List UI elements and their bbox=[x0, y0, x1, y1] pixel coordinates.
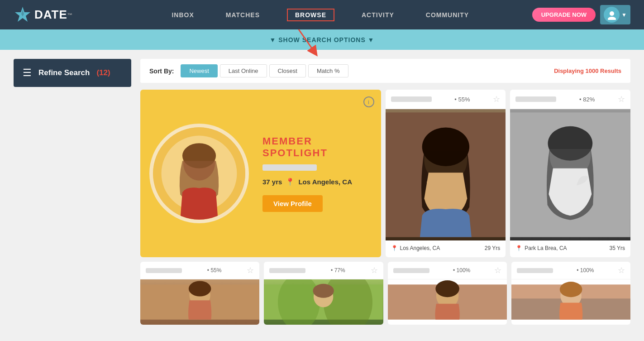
spotlight-avatar bbox=[149, 124, 249, 223]
sort-last-online[interactable]: Last Online bbox=[220, 64, 267, 77]
spotlight-card: MEMBER SPOTLIGHT 37 yrs 📍 Los Angeles, C… bbox=[140, 90, 381, 257]
card-1-header: • 82% ☆ bbox=[510, 90, 630, 109]
spotlight-title: MEMBER SPOTLIGHT bbox=[262, 135, 372, 159]
bottom-card-1-photo bbox=[264, 279, 383, 325]
svg-line-4 bbox=[299, 29, 315, 52]
bottom-card-1-match: • 77% bbox=[331, 267, 345, 274]
location-pin-icon: 📍 bbox=[286, 178, 295, 186]
card-1-footer: 📍 Park La Brea, CA 35 Yrs bbox=[510, 240, 630, 256]
spotlight-age: 37 yrs 📍 Los Angeles, CA bbox=[262, 178, 372, 186]
info-icon[interactable]: i bbox=[363, 96, 374, 107]
bottom-card-0-header: • 55% ☆ bbox=[140, 262, 259, 279]
bottom-card-0: • 55% ☆ bbox=[140, 262, 259, 325]
chevron-down-icon: ▼ bbox=[621, 12, 627, 18]
bottom-card-3-favorite[interactable]: ☆ bbox=[618, 265, 625, 275]
bottom-card-2-username bbox=[393, 268, 429, 273]
svg-point-26 bbox=[435, 280, 459, 297]
bottom-card-1: • 77% ☆ bbox=[264, 262, 383, 325]
main-nav: INBOX MATCHES BROWSE ACTIVITY COMMUNITY bbox=[109, 9, 532, 21]
bottom-card-0-favorite[interactable]: ☆ bbox=[247, 265, 254, 275]
bottom-card-2: • 100% ☆ bbox=[388, 262, 507, 325]
nav-browse[interactable]: BROWSE bbox=[287, 9, 334, 21]
nav-matches[interactable]: MATCHES bbox=[221, 9, 264, 21]
card-0-photo bbox=[386, 109, 506, 240]
bottom-card-1-header: • 77% ☆ bbox=[264, 262, 383, 279]
bottom-card-3-match: • 100% bbox=[577, 267, 594, 274]
bottom-card-0-username bbox=[146, 268, 182, 273]
card-0-header: • 55% ☆ bbox=[386, 90, 506, 109]
card-1-username bbox=[515, 96, 556, 102]
svg-point-20 bbox=[278, 279, 320, 325]
bottom-grid: • 55% ☆ • 77% ☆ bbox=[140, 262, 630, 325]
profile-card-0: • 55% ☆ bbox=[386, 90, 506, 257]
refine-search-panel: ☰ Refine Search (12) bbox=[14, 59, 131, 87]
svg-point-30 bbox=[560, 282, 582, 297]
bottom-card-2-header: • 100% ☆ bbox=[388, 262, 507, 279]
bottom-card-1-username bbox=[269, 268, 305, 273]
bottom-card-0-match: • 55% bbox=[207, 267, 222, 274]
sort-bar: Sort By: Newest Last Online Closest Matc… bbox=[140, 59, 630, 83]
svg-point-18 bbox=[189, 281, 211, 297]
header-right: UPGRADE NOW ▼ bbox=[532, 5, 630, 24]
top-grid: MEMBER SPOTLIGHT 37 yrs 📍 Los Angeles, C… bbox=[140, 90, 630, 257]
view-profile-button[interactable]: View Profile bbox=[262, 195, 323, 212]
bottom-card-3: • 100% ☆ bbox=[511, 262, 630, 325]
spotlight-username bbox=[262, 164, 317, 171]
results-count: Displaying 1000 Results bbox=[554, 67, 621, 74]
refine-search-label: Refine Search bbox=[38, 68, 90, 77]
sidebar: ☰ Refine Search (12) bbox=[14, 59, 131, 325]
bottom-card-2-match: • 100% bbox=[453, 267, 470, 274]
nav-activity[interactable]: ACTIVITY bbox=[357, 9, 399, 21]
avatar-menu[interactable]: ▼ bbox=[600, 5, 630, 24]
bottom-card-1-favorite[interactable]: ☆ bbox=[371, 265, 378, 275]
card-1-photo bbox=[510, 109, 630, 240]
svg-point-23 bbox=[313, 284, 334, 298]
card-0-age: 29 Yrs bbox=[485, 245, 500, 251]
card-0-footer: 📍 Los Angeles, CA 29 Yrs bbox=[386, 240, 506, 256]
hamburger-icon[interactable]: ☰ bbox=[23, 67, 32, 79]
card-0-match: • 55% bbox=[454, 96, 470, 103]
card-0-location: 📍 Los Angeles, CA bbox=[391, 245, 440, 251]
main-content: ☰ Refine Search (12) Sort By: Newest Las… bbox=[0, 50, 644, 334]
card-0-username bbox=[391, 96, 432, 102]
nav-inbox[interactable]: INBOX bbox=[167, 9, 198, 21]
sort-by-label: Sort By: bbox=[149, 67, 174, 75]
card-1-match: • 82% bbox=[579, 96, 595, 103]
bottom-card-0-photo bbox=[140, 279, 259, 325]
profile-card-1: • 82% ☆ bbox=[510, 90, 630, 257]
avatar bbox=[604, 7, 620, 23]
search-bar[interactable]: ▼ SHOW SEARCH OPTIONS ▼ bbox=[0, 29, 644, 50]
card-1-favorite[interactable]: ☆ bbox=[618, 94, 625, 104]
bottom-card-2-favorite[interactable]: ☆ bbox=[494, 265, 501, 275]
logo-text: DATE bbox=[34, 8, 67, 22]
logo[interactable]: DATE™ bbox=[14, 6, 72, 24]
card-1-age: 35 Yrs bbox=[610, 245, 625, 251]
svg-point-2 bbox=[610, 11, 614, 16]
upgrade-button[interactable]: UPGRADE NOW bbox=[532, 8, 596, 22]
bottom-card-3-header: • 100% ☆ bbox=[511, 262, 630, 279]
nav-community[interactable]: COMMUNITY bbox=[421, 9, 473, 21]
card-1-location: 📍 Park La Brea, CA bbox=[515, 245, 567, 251]
sort-newest[interactable]: Newest bbox=[181, 64, 217, 77]
sort-match-percent[interactable]: Match % bbox=[308, 64, 348, 77]
bottom-card-3-photo bbox=[511, 279, 630, 325]
sort-closest[interactable]: Closest bbox=[269, 64, 306, 77]
header: DATE™ INBOX MATCHES BROWSE ACTIVITY COMM… bbox=[0, 0, 644, 29]
bottom-card-3-username bbox=[517, 268, 553, 273]
refine-count-badge: (12) bbox=[96, 68, 110, 77]
card-0-favorite[interactable]: ☆ bbox=[493, 94, 500, 104]
sort-options: Newest Last Online Closest Match % bbox=[181, 64, 554, 77]
svg-point-3 bbox=[608, 17, 616, 20]
spotlight-info: MEMBER SPOTLIGHT 37 yrs 📍 Los Angeles, C… bbox=[262, 135, 372, 212]
bottom-card-2-photo bbox=[388, 279, 507, 325]
results-area: Sort By: Newest Last Online Closest Matc… bbox=[140, 59, 630, 325]
